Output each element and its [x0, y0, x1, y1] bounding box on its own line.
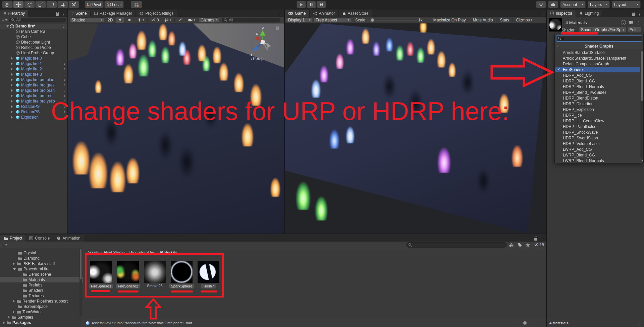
project-tree-item[interactable]: Shaders	[0, 288, 83, 293]
pause-button[interactable]	[307, 1, 316, 8]
prefab-open-icon[interactable]: ›	[64, 110, 65, 114]
search-by-label-icon[interactable]	[517, 243, 522, 247]
aspect-dropdown[interactable]: Free Aspect▾	[314, 17, 351, 23]
tab-animation[interactable]: Animation	[53, 235, 84, 242]
shader-list-item[interactable]: ArnoldStandardSurface	[555, 50, 640, 55]
shader-list-item[interactable]: LWRP_Add_CG	[555, 146, 640, 152]
tab-scene[interactable]: #Scene	[68, 10, 91, 17]
lock-icon[interactable]	[56, 13, 59, 16]
hierarchy-item[interactable]: Magic fire pro gree›	[0, 82, 67, 88]
prefab-open-icon[interactable]: ›	[64, 61, 65, 66]
prefab-open-icon[interactable]: ›	[64, 67, 65, 71]
shader-list-item[interactable]: HDRP_Blend_TwoSides	[555, 89, 640, 95]
back-icon[interactable]: ‹	[557, 44, 559, 49]
scene-gizmos-dropdown[interactable]: Gizmos▾	[199, 17, 219, 23]
prefab-open-icon[interactable]: ›	[64, 83, 65, 87]
shader-list-item[interactable]: HDRP_Distortion	[555, 101, 640, 107]
tab-project[interactable]: Project	[0, 235, 26, 242]
scene-camera-dropdown[interactable]: ▾	[186, 17, 197, 23]
prefab-open-icon[interactable]: ›	[64, 115, 65, 120]
breadcrumb-item[interactable]: Assets	[87, 250, 99, 255]
shader-list-item[interactable]: HDRP_SwordSlash	[555, 135, 640, 141]
shader-dropdown[interactable]: Shader Graphs/FireSp▾	[579, 27, 626, 33]
prefab-open-icon[interactable]: ›	[64, 77, 65, 82]
grid-visibility-dropdown[interactable]: ▾	[162, 17, 173, 23]
hierarchy-item[interactable]: Light Probe Group	[0, 50, 67, 56]
shader-list-scrollbar[interactable]	[640, 50, 643, 158]
account-dropdown[interactable]: Account▾	[560, 1, 586, 8]
shader-list-item[interactable]: HDRP_BlendDistort	[555, 95, 640, 101]
stats-toggle[interactable]: Stats	[498, 17, 511, 23]
project-tree-item[interactable]: PBR Fantasy staff	[0, 261, 83, 266]
hierarchy-item[interactable]: Magic fire pro red›	[0, 93, 67, 99]
prefab-open-icon[interactable]: ›	[64, 93, 65, 98]
2d-toggle[interactable]: 2D	[106, 17, 115, 23]
presets-icon[interactable]	[629, 20, 633, 25]
shader-list-item[interactable]: HDRP_Blend_CG	[555, 78, 640, 84]
project-tree-item[interactable]: Crystal	[0, 250, 83, 256]
hidden-count-icon[interactable]	[534, 243, 539, 247]
local-toggle[interactable]: Local	[104, 1, 124, 8]
tab-package-manager[interactable]: Package Manager	[91, 10, 136, 17]
tab-game[interactable]: Game	[285, 10, 310, 17]
tab-inspector[interactable]: Inspector	[547, 10, 576, 17]
project-tree-item[interactable]: Render Pipelines support	[0, 299, 83, 304]
grid-snap-button[interactable]	[131, 1, 142, 8]
shader-search-input[interactable]	[556, 36, 642, 42]
material-item[interactable]: FireSphere2	[117, 261, 139, 288]
play-button[interactable]	[297, 1, 306, 8]
shader-list-item[interactable]: ArnoldStandardSurfaceTransparent	[555, 55, 640, 61]
orientation-gizmo[interactable]: y x z ‹ Persp	[247, 25, 279, 62]
draw-mode-dropdown[interactable]: Shaded▾	[69, 17, 104, 23]
scroll-down-icon[interactable]: ▾	[642, 159, 643, 162]
prefab-open-icon[interactable]: ›	[64, 56, 65, 61]
prefab-open-icon[interactable]: ›	[64, 104, 65, 109]
hierarchy-item[interactable]: Magic fire 2›	[0, 66, 67, 72]
scale-slider[interactable]	[367, 18, 417, 22]
project-tree-item[interactable]: Diamond	[0, 256, 83, 261]
mute-audio-toggle[interactable]: Mute Audio	[471, 17, 495, 23]
shader-list-item[interactable]: HDRP_ParallaxIce	[555, 124, 640, 129]
hierarchy-item[interactable]: Magic fire 1›	[0, 61, 67, 66]
project-tree-item[interactable]: Prefabs	[0, 282, 83, 288]
prefab-open-icon[interactable]: ›	[64, 99, 65, 104]
panel-menu-icon[interactable]: ⋮	[540, 12, 544, 17]
project-tree-item[interactable]: Textures	[0, 293, 83, 299]
material-item[interactable]: FireSphere1	[90, 261, 112, 288]
inspector-footer[interactable]: 4 Materials ⋮	[547, 319, 644, 327]
panel-menu-icon[interactable]: ⋮	[278, 12, 282, 17]
thumbnail-size-thumb[interactable]	[523, 321, 527, 325]
create-button[interactable]: +	[2, 17, 8, 23]
hierarchy-item[interactable]: Magic fire pro blue›	[0, 77, 67, 82]
shader-list-item[interactable]: HDRP_Lit_CenterGlow	[555, 118, 640, 124]
shader-list-item[interactable]: HDRP_Explosion	[555, 107, 640, 112]
project-search-input[interactable]	[406, 242, 507, 248]
tab-console[interactable]: Console	[26, 235, 53, 242]
tab-asset-store[interactable]: Asset Store	[339, 10, 372, 17]
favorites-star-icon[interactable]	[525, 243, 530, 247]
shader-list-item[interactable]: HDRP_VolumeLaser	[555, 141, 640, 146]
scene-viewport[interactable]: y x z ‹ Persp	[68, 23, 284, 234]
panel-menu-icon[interactable]: ⋮	[540, 237, 544, 242]
shader-edit-button[interactable]: Edit...	[628, 27, 641, 33]
hierarchy-item[interactable]: Reflection Probe	[0, 45, 67, 50]
hierarchy-item[interactable]: Magic fire 3›	[0, 72, 67, 77]
scale-tool-button[interactable]	[35, 1, 46, 8]
project-tree-item[interactable]: Samples	[0, 315, 83, 320]
project-tree-item[interactable]: ToonWater	[0, 309, 83, 315]
panel-menu-icon[interactable]: ⋮	[638, 12, 642, 17]
scene-lighting-toggle[interactable]	[116, 17, 124, 23]
create-button[interactable]: +	[2, 242, 8, 248]
hierarchy-scene-row[interactable]: Demo fire*⋮	[0, 23, 67, 29]
shader-list-item[interactable]: HDRP_Add_CG	[555, 72, 640, 78]
tab-lighting[interactable]: Lighting	[576, 10, 602, 17]
breadcrumb-item[interactable]: Hovl Studio	[104, 250, 124, 255]
preview-packages-button[interactable]	[536, 1, 546, 8]
layers-dropdown[interactable]: Layers▾	[588, 1, 610, 8]
material-item[interactable]: Trail67	[198, 261, 219, 288]
hand-tool-button[interactable]	[2, 1, 13, 8]
preview-resize-handle[interactable]	[571, 322, 634, 324]
shader-list-item[interactable]: HDRP_Blend_Normals	[555, 84, 640, 89]
shader-list-item[interactable]: LWRP_Blend_Normals	[555, 158, 640, 163]
hierarchy-item[interactable]: Magic fire 0›	[0, 56, 67, 61]
